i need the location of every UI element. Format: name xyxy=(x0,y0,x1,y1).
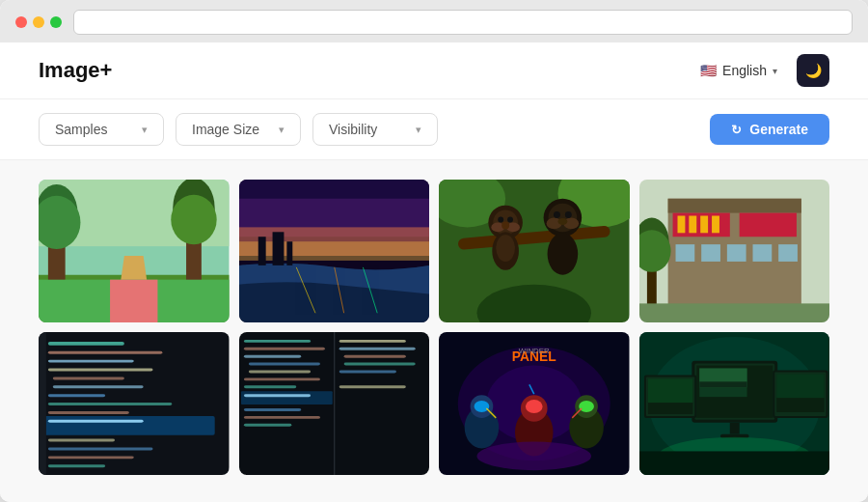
svg-rect-81 xyxy=(243,340,310,343)
header: Image+ 🇺🇸 English ▾ 🌙 xyxy=(0,42,868,99)
svg-rect-52 xyxy=(712,216,719,234)
svg-rect-50 xyxy=(689,216,696,234)
svg-rect-19 xyxy=(258,237,265,265)
svg-rect-82 xyxy=(243,348,324,350)
browser-chrome xyxy=(0,0,868,42)
svg-rect-95 xyxy=(343,355,405,358)
visibility-label: Visibility xyxy=(329,122,377,137)
svg-rect-96 xyxy=(343,363,415,366)
svg-point-114 xyxy=(477,442,592,471)
browser-window: Image+ 🇺🇸 English ▾ 🌙 Samples ▾ Image Si… xyxy=(0,0,868,502)
svg-rect-78 xyxy=(39,332,46,475)
svg-rect-48 xyxy=(739,213,796,237)
svg-rect-84 xyxy=(248,363,319,366)
image-item-game[interactable]: PANEL WINDER xyxy=(439,332,630,475)
svg-rect-72 xyxy=(43,416,215,435)
svg-point-8 xyxy=(171,195,216,244)
samples-label: Samples xyxy=(55,122,107,137)
generate-button[interactable]: ↻ Generate xyxy=(710,114,829,145)
svg-rect-71 xyxy=(48,411,129,414)
visibility-chevron-icon: ▾ xyxy=(416,124,421,136)
svg-rect-64 xyxy=(48,351,163,354)
svg-rect-55 xyxy=(726,244,746,262)
svg-point-31 xyxy=(498,217,503,223)
image-size-chevron-icon: ▾ xyxy=(279,124,285,136)
svg-rect-57 xyxy=(778,244,798,262)
svg-rect-73 xyxy=(48,420,144,423)
image-item-code2[interactable] xyxy=(239,332,430,475)
svg-rect-63 xyxy=(48,342,124,346)
image-item-park[interactable] xyxy=(39,180,230,322)
samples-dropdown[interactable]: Samples ▾ xyxy=(39,113,164,146)
svg-point-110 xyxy=(526,400,543,413)
moon-icon: 🌙 xyxy=(805,63,822,78)
svg-rect-75 xyxy=(48,448,153,451)
svg-rect-51 xyxy=(700,216,708,234)
svg-rect-68 xyxy=(53,385,144,388)
svg-rect-61 xyxy=(639,303,830,322)
visibility-dropdown[interactable]: Visibility ▾ xyxy=(312,113,438,146)
traffic-lights xyxy=(15,16,62,28)
svg-rect-93 xyxy=(339,340,405,343)
svg-point-41 xyxy=(565,211,572,218)
svg-point-43 xyxy=(548,233,579,274)
svg-rect-56 xyxy=(752,244,772,262)
svg-point-32 xyxy=(507,217,513,223)
svg-point-42 xyxy=(557,218,567,225)
svg-rect-90 xyxy=(243,408,300,411)
svg-rect-67 xyxy=(53,377,124,380)
minimize-button[interactable] xyxy=(33,16,44,28)
svg-rect-97 xyxy=(339,371,395,374)
svg-rect-85 xyxy=(248,371,310,374)
svg-rect-15 xyxy=(239,241,430,261)
svg-rect-65 xyxy=(48,360,134,363)
svg-point-33 xyxy=(502,221,509,229)
svg-point-107 xyxy=(475,401,490,412)
image-grid-container: PANEL WINDER xyxy=(0,160,868,502)
svg-rect-138 xyxy=(639,452,830,476)
svg-rect-86 xyxy=(243,378,319,381)
language-selector[interactable]: 🇺🇸 English ▾ xyxy=(692,59,785,82)
svg-rect-94 xyxy=(339,348,415,350)
svg-rect-89 xyxy=(243,394,310,397)
image-grid: PANEL WINDER xyxy=(39,180,829,475)
url-bar[interactable] xyxy=(73,10,853,35)
svg-rect-127 xyxy=(729,423,739,434)
svg-rect-74 xyxy=(48,439,115,442)
maximize-button[interactable] xyxy=(50,16,62,28)
dark-mode-button[interactable]: 🌙 xyxy=(797,54,829,87)
app-content: Image+ 🇺🇸 English ▾ 🌙 Samples ▾ Image Si… xyxy=(0,42,868,502)
image-item-monkey[interactable] xyxy=(439,180,630,322)
svg-rect-92 xyxy=(243,424,290,427)
header-right: 🇺🇸 English ▾ 🌙 xyxy=(692,54,829,87)
svg-rect-77 xyxy=(48,464,105,467)
svg-rect-98 xyxy=(339,385,405,388)
svg-rect-54 xyxy=(701,244,720,262)
svg-rect-91 xyxy=(243,416,319,419)
svg-rect-87 xyxy=(243,385,295,388)
svg-rect-21 xyxy=(286,241,292,265)
svg-rect-69 xyxy=(48,394,105,397)
chevron-down-icon: ▾ xyxy=(773,66,777,76)
image-item-city[interactable] xyxy=(239,180,430,322)
image-size-dropdown[interactable]: Image Size ▾ xyxy=(176,113,301,146)
close-button[interactable] xyxy=(15,16,27,28)
svg-rect-20 xyxy=(272,232,284,265)
svg-rect-66 xyxy=(48,369,153,372)
generate-label: Generate xyxy=(749,122,808,137)
image-item-code1[interactable] xyxy=(39,332,230,475)
refresh-icon: ↻ xyxy=(731,123,742,137)
image-item-building[interactable] xyxy=(639,180,830,322)
svg-point-113 xyxy=(579,401,594,412)
logo: Image+ xyxy=(39,58,112,83)
svg-rect-132 xyxy=(647,379,692,404)
svg-rect-88 xyxy=(240,391,332,404)
svg-point-40 xyxy=(554,211,560,218)
toolbar: Samples ▾ Image Size ▾ Visibility ▾ ↻ Ge… xyxy=(0,99,868,160)
language-label: English xyxy=(722,63,767,78)
image-item-tech[interactable] xyxy=(639,332,830,475)
svg-text:WINDER: WINDER xyxy=(519,347,550,355)
svg-rect-49 xyxy=(677,216,685,234)
svg-rect-76 xyxy=(48,457,134,460)
samples-chevron-icon: ▾ xyxy=(142,124,148,136)
